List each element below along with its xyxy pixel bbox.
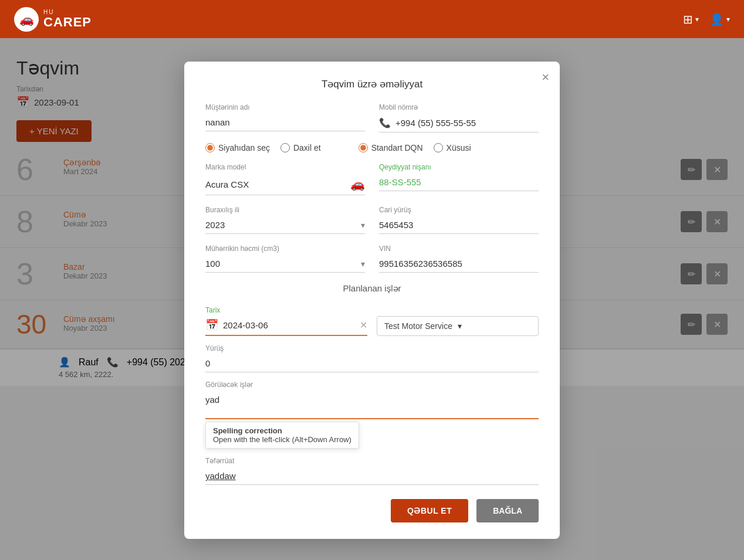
modal: Təqvim üzrə əməliyyat × Müştərinin adı M… [184, 62, 560, 539]
year-chevron-icon: ▾ [361, 220, 365, 230]
car-icon: 🚗 [350, 177, 365, 191]
vin-input[interactable] [379, 255, 539, 273]
account-button[interactable]: 👤 ▾ [709, 12, 730, 26]
tooltip-container: Spelling correction Open with the left-c… [205, 422, 539, 449]
engine-select-row: 100 150 200 ▾ [205, 255, 365, 273]
modal-footer: QƏBUL ET BAĞLA [205, 499, 539, 522]
reg-number-label: Qeydiyyat nişanı [379, 163, 539, 171]
topnav-right: ⊞ ▾ 👤 ▾ [683, 12, 730, 26]
reg-number-group: Qeydiyyat nişanı [379, 163, 539, 195]
customer-mobile-row: Müştərinin adı Mobil nömrə 📞 [205, 103, 539, 133]
dqn-radio-group: Standart DQN Xüsusi [359, 143, 471, 152]
reg-number-input[interactable] [379, 174, 539, 191]
phone-icon: 📞 [379, 117, 391, 128]
make-model-row: 🚗 [205, 174, 365, 195]
tafarruat-group: Təfərrüat [205, 457, 539, 485]
spelling-tooltip: Spelling correction Open with the left-c… [205, 422, 359, 449]
service-chevron-icon: ▾ [458, 321, 531, 331]
date-field-label: Tarix [205, 306, 220, 314]
make-model-group: Marka model 🚗 [205, 163, 365, 195]
logo-icon: 🚗 [14, 7, 39, 32]
radio-from-list-text: Siyahıdan seç [218, 143, 270, 152]
grid-icon: ⊞ [683, 12, 693, 26]
planned-section-title: Planlanan işlər [205, 283, 539, 294]
mileage-label: Cari yürüş [379, 206, 539, 214]
date-input[interactable] [223, 320, 355, 330]
mobile-group: Mobil nömrə 📞 [379, 103, 539, 133]
radio-custom-label[interactable]: Xüsusi [434, 143, 471, 152]
planned-date-col: Tarix 📅 ✕ [205, 304, 367, 336]
customer-name-input[interactable] [205, 114, 365, 131]
date-calendar-icon: 📅 [205, 318, 218, 331]
radio-enter[interactable] [280, 143, 290, 152]
mileage-group: Cari yürüş [379, 206, 539, 234]
radio-custom-text: Xüsusi [447, 143, 471, 152]
year-label: Buraxılış ili [205, 206, 365, 214]
mobile-label: Mobil nömrə [379, 103, 539, 111]
grid-menu-button[interactable]: ⊞ ▾ [683, 12, 699, 26]
close-button[interactable]: BAĞLA [476, 499, 539, 522]
gorulacel-group: Görüləcək işlər yad [205, 381, 539, 419]
accept-button[interactable]: QƏBUL ET [391, 499, 468, 522]
make-reg-row: Marka model 🚗 Qeydiyyat nişanı [205, 163, 539, 195]
radio-from-list-label[interactable]: Siyahıdan seç [205, 143, 270, 152]
customer-name-label: Müştərinin adı [205, 103, 365, 111]
radio-section: Siyahıdan seç Daxil et Standart DQN Xüsu… [205, 143, 539, 152]
radio-enter-label[interactable]: Daxil et [280, 143, 321, 152]
vin-group: VIN [379, 245, 539, 273]
mobile-input-row: 📞 [379, 114, 539, 133]
tooltip-title: Spelling correction [213, 426, 351, 435]
make-model-input[interactable] [205, 179, 346, 189]
radio-from-list[interactable] [205, 143, 215, 152]
year-select[interactable]: 2023 2022 2021 [205, 220, 361, 230]
tafarruat-label: Təfərrüat [205, 457, 539, 465]
yurus-input[interactable] [205, 355, 539, 372]
engine-group: Mühərrikin həcmi (cm3) 100 150 200 ▾ [205, 245, 365, 273]
tooltip-text: Open with the left-click (Alt+Down Arrow… [213, 435, 351, 444]
year-group: Buraxılış ili 2023 2022 2021 ▾ [205, 206, 365, 234]
yurus-label: Yürüş [205, 344, 539, 352]
year-mileage-row: Buraxılış ili 2023 2022 2021 ▾ Cari yürü… [205, 206, 539, 234]
mobile-input[interactable] [395, 118, 539, 128]
grid-chevron-icon: ▾ [695, 15, 699, 23]
gorulacel-textarea[interactable]: yad [205, 391, 539, 419]
modal-overlay: Təqvim üzrə əməliyyat × Müştərinin adı M… [0, 38, 744, 560]
make-model-label: Marka model [205, 163, 365, 171]
source-radio-group: Siyahıdan seç Daxil et [205, 143, 321, 152]
modal-close-button[interactable]: × [542, 70, 549, 85]
radio-enter-text: Daxil et [293, 143, 321, 152]
radio-custom[interactable] [434, 143, 443, 152]
vin-label: VIN [379, 245, 539, 253]
radio-standard-text: Standart DQN [371, 143, 423, 152]
logo-carep: CAREP [43, 15, 92, 29]
date-clear-icon[interactable]: ✕ [360, 320, 367, 331]
engine-chevron-icon: ▾ [361, 259, 365, 269]
account-chevron-icon: ▾ [726, 15, 730, 23]
date-field-row: 📅 ✕ [205, 315, 367, 336]
engine-vin-row: Mühərrikin həcmi (cm3) 100 150 200 ▾ VIN [205, 245, 539, 273]
radio-standard-label[interactable]: Standart DQN [359, 143, 423, 152]
modal-title: Təqvim üzrə əməliyyat [205, 78, 539, 90]
topnav: 🚗 HU CAREP ⊞ ▾ 👤 ▾ [0, 0, 744, 38]
account-icon: 👤 [709, 12, 724, 26]
main-wrapper: Təqvim Tarixdən 📅 2023-09-01 + YENİ YAZI… [0, 38, 744, 560]
yurus-group: Yürüş [205, 344, 539, 372]
gorulacel-label: Görüləcək işlər [205, 381, 539, 389]
service-select-row[interactable]: Test Motor Service ▾ [377, 316, 539, 336]
planned-work-row: Tarix 📅 ✕ Test Motor Service ▾ [205, 304, 539, 336]
engine-label: Mühərrikin həcmi (cm3) [205, 245, 365, 253]
year-select-row: 2023 2022 2021 ▾ [205, 216, 365, 234]
service-value: Test Motor Service [384, 321, 458, 331]
customer-name-group: Müştərinin adı [205, 103, 365, 133]
logo: 🚗 HU CAREP [14, 7, 92, 32]
radio-standard[interactable] [359, 143, 368, 152]
engine-select[interactable]: 100 150 200 [205, 259, 361, 269]
mileage-input[interactable] [379, 216, 539, 234]
tafarruat-input[interactable] [205, 467, 539, 485]
planned-service-col: Test Motor Service ▾ [377, 316, 539, 336]
